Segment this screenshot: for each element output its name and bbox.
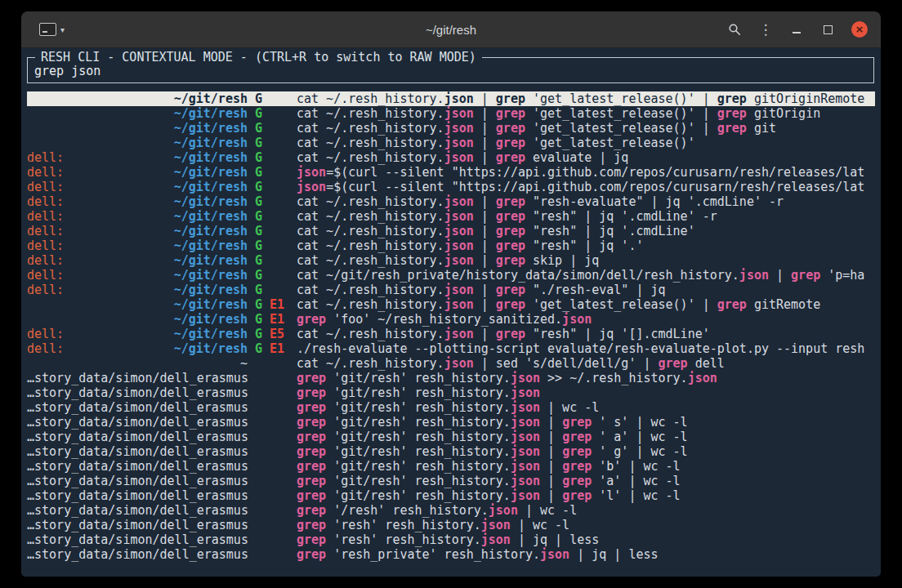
history-row[interactable]: ~/git/reshG E1cat ~/.resh_history.json |… xyxy=(27,297,875,312)
row-directory: …story_data/simon/dell_erasmus xyxy=(27,385,248,400)
row-flags xyxy=(255,444,289,459)
row-host: dell: xyxy=(27,209,64,224)
row-flags: G E1 xyxy=(255,297,289,312)
history-row[interactable]: dell:~/git/reshGcat ~/.resh_history.json… xyxy=(27,209,875,224)
minimize-icon xyxy=(793,32,801,33)
row-context: dell:~/git/resh xyxy=(27,224,248,238)
row-directory: …story_data/simon/dell_erasmus xyxy=(27,518,248,532)
history-row[interactable]: …story_data/simon/dell_erasmusgrep 'resh… xyxy=(27,518,875,532)
row-flag: E1 xyxy=(270,312,284,327)
row-context: …story_data/simon/dell_erasmus xyxy=(27,518,248,532)
row-flag: E1 xyxy=(270,341,284,356)
search-icon[interactable] xyxy=(727,22,742,37)
row-context: ~/git/resh xyxy=(27,91,248,106)
row-flag: G xyxy=(255,312,262,327)
row-context: …story_data/simon/dell_erasmus xyxy=(27,474,248,488)
row-command: cat ~/.resh_history.json | grep 'get_lat… xyxy=(297,106,875,121)
row-flag: G xyxy=(255,91,262,106)
history-row[interactable]: dell:~/git/reshG E1./resh-evaluate --plo… xyxy=(27,341,875,356)
row-flags xyxy=(255,488,289,503)
history-row[interactable]: …story_data/simon/dell_erasmusgrep '/res… xyxy=(27,503,875,518)
row-flag: G xyxy=(255,341,262,356)
history-row[interactable]: ~cat ~/.resh_history.json | sed 's/dell/… xyxy=(27,356,875,371)
row-flags: G xyxy=(255,106,289,121)
history-row[interactable]: …story_data/simon/dell_erasmusgrep 'git/… xyxy=(27,459,875,474)
history-row[interactable]: ~/git/reshG E1grep 'foo' ~/resh_history_… xyxy=(27,312,875,327)
history-row[interactable]: dell:~/git/reshGcat ~/.resh_history.json… xyxy=(27,194,875,209)
row-context: …story_data/simon/dell_erasmus xyxy=(27,488,248,503)
row-command: grep 'git/resh' resh_history.json xyxy=(297,385,875,400)
history-row[interactable]: …story_data/simon/dell_erasmusgrep 'git/… xyxy=(27,400,875,415)
history-row[interactable]: …story_data/simon/dell_erasmusgrep 'git/… xyxy=(27,430,875,444)
row-flags: G E5 xyxy=(255,327,289,341)
row-command: cat ~/.resh_history.json | grep evaluate… xyxy=(297,150,875,165)
row-context: dell:~/git/resh xyxy=(27,327,248,341)
history-row[interactable]: …story_data/simon/dell_erasmusgrep 'git/… xyxy=(27,415,875,430)
history-row[interactable]: dell:~/git/reshG E5cat ~/.resh_history.j… xyxy=(27,327,875,341)
history-row[interactable]: …story_data/simon/dell_erasmusgrep 'resh… xyxy=(27,547,875,562)
row-context: ~ xyxy=(27,356,248,371)
history-row[interactable]: dell:~/git/reshGcat ~/.resh_history.json… xyxy=(27,238,875,253)
row-directory: ~/git/resh xyxy=(174,180,248,194)
new-terminal-button[interactable]: ▾ xyxy=(34,20,69,39)
menu-icon[interactable]: ⋮ xyxy=(758,22,773,37)
row-directory: …story_data/simon/dell_erasmus xyxy=(27,415,248,430)
history-row[interactable]: ~/git/reshGcat ~/.resh_history.json | gr… xyxy=(27,136,875,150)
history-row[interactable]: …story_data/simon/dell_erasmusgrep 'git/… xyxy=(27,444,875,459)
history-row[interactable]: …story_data/simon/dell_erasmusgrep 'resh… xyxy=(27,532,875,547)
history-row[interactable]: dell:~/git/reshGcat ~/.resh_history.json… xyxy=(27,283,875,297)
row-command: cat ~/.resh_history.json | grep 'get_lat… xyxy=(297,121,875,136)
row-context: dell:~/git/resh xyxy=(27,341,248,356)
row-flags xyxy=(255,385,289,400)
history-row[interactable]: ~/git/reshGcat ~/.resh_history.json | gr… xyxy=(27,106,875,121)
row-context: …story_data/simon/dell_erasmus xyxy=(27,547,248,562)
history-row[interactable]: dell:~/git/reshGjson=$(curl --silent "ht… xyxy=(27,165,875,180)
row-host: dell: xyxy=(27,327,64,341)
headerbar: ▾ ~/git/resh ⋮ × xyxy=(21,11,881,48)
row-flag: G xyxy=(255,209,262,224)
history-row[interactable]: dell:~/git/reshGcat ~/.resh_history.json… xyxy=(27,224,875,238)
row-context: ~/git/resh xyxy=(27,136,248,150)
history-row[interactable]: …story_data/simon/dell_erasmusgrep 'git/… xyxy=(27,385,875,400)
history-row[interactable]: dell:~/git/reshGcat ~/git/resh_private/h… xyxy=(27,268,875,283)
history-row[interactable]: dell:~/git/reshGjson=$(curl --silent "ht… xyxy=(27,180,875,194)
row-flags: G E1 xyxy=(255,312,289,327)
row-context: dell:~/git/resh xyxy=(27,150,248,165)
row-flags xyxy=(255,459,289,474)
row-directory: …story_data/simon/dell_erasmus xyxy=(27,503,248,518)
row-flags: G xyxy=(255,283,289,297)
row-command: grep 'git/resh' resh_history.json | grep… xyxy=(297,430,875,444)
history-list: ~/git/reshGcat ~/.resh_history.json | gr… xyxy=(27,91,875,562)
row-context: ~/git/resh xyxy=(27,297,248,312)
history-row[interactable]: dell:~/git/reshGcat ~/.resh_history.json… xyxy=(27,150,875,165)
row-directory: ~/git/resh xyxy=(174,238,248,253)
row-context: ~/git/resh xyxy=(27,121,248,136)
minimize-button[interactable] xyxy=(789,22,804,37)
row-context: dell:~/git/resh xyxy=(27,209,248,224)
row-flag: G xyxy=(255,121,262,136)
row-flag: G xyxy=(255,297,262,312)
terminal-window: ▾ ~/git/resh ⋮ × RESH CLI - CONTEXTUAL M… xyxy=(21,11,881,577)
row-flag: G xyxy=(255,268,262,283)
row-context: dell:~/git/resh xyxy=(27,283,248,297)
row-command: cat ~/.resh_history.json | grep 'get_lat… xyxy=(297,297,875,312)
search-query-input[interactable]: grep json xyxy=(34,64,867,78)
row-directory: …story_data/simon/dell_erasmus xyxy=(27,532,248,547)
row-flag: G xyxy=(255,165,262,180)
history-row[interactable]: dell:~/git/reshGcat ~/.resh_history.json… xyxy=(27,253,875,268)
history-row[interactable]: …story_data/simon/dell_erasmusgrep 'git/… xyxy=(27,474,875,488)
maximize-button[interactable] xyxy=(820,22,835,37)
close-button[interactable]: × xyxy=(851,21,868,38)
row-command: grep 'git/resh' resh_history.json | wc -… xyxy=(297,400,875,415)
history-row[interactable]: ~/git/reshGcat ~/.resh_history.json | gr… xyxy=(27,121,875,136)
row-flag: G xyxy=(255,253,262,268)
history-row[interactable]: …story_data/simon/dell_erasmusgrep 'git/… xyxy=(27,488,875,503)
row-context: dell:~/git/resh xyxy=(27,238,248,253)
row-flags: G xyxy=(255,180,289,194)
row-command: cat ~/.resh_history.json | grep skip | j… xyxy=(297,253,875,268)
row-flags: G xyxy=(255,150,289,165)
row-flags: G xyxy=(255,165,289,180)
history-row[interactable]: …story_data/simon/dell_erasmusgrep 'git/… xyxy=(27,371,875,385)
row-command: cat ~/.resh_history.json | grep "resh-ev… xyxy=(297,194,875,209)
history-row[interactable]: ~/git/reshGcat ~/.resh_history.json | gr… xyxy=(27,91,875,106)
